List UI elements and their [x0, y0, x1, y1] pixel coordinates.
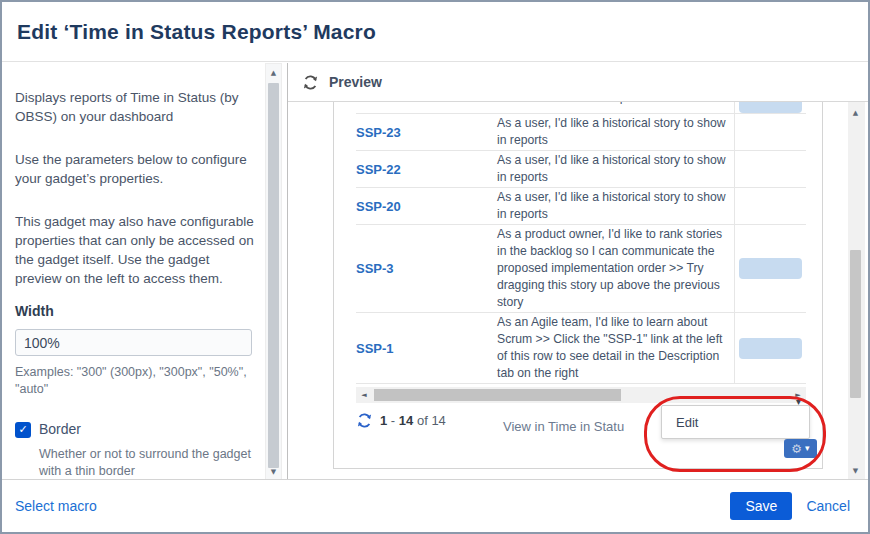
gear-icon: ⚙ [791, 443, 802, 455]
issue-summary: As a user, I'd like a historical story t… [484, 151, 734, 187]
issue-summary: As a user, I'd like a historical story t… [484, 114, 734, 150]
scroll-down-arrow-icon[interactable]: ▼ [848, 463, 863, 478]
clipped-summary: reports [609, 102, 647, 106]
table-row: SSP-20 As a user, I'd like a historical … [356, 188, 806, 225]
issue-summary: As a user, I'd like a historical story t… [484, 188, 734, 224]
save-button[interactable]: Save [730, 492, 792, 520]
chevron-down-icon: ▾ [805, 444, 810, 453]
table-row: SSP-1 As an Agile team, I'd like to lear… [356, 313, 806, 384]
border-checkbox-label: Border [39, 420, 81, 439]
preview-header: Preview [288, 63, 870, 102]
issue-summary: As a product owner, I'd like to rank sto… [484, 225, 734, 312]
scroll-up-arrow-icon[interactable]: ▲ [848, 105, 863, 120]
gadget-note: This gadget may also have configurable p… [15, 212, 255, 288]
gadget-settings-button[interactable]: ⚙ ▾ [784, 439, 817, 458]
select-macro-link[interactable]: Select macro [15, 498, 97, 514]
macro-config-panel: Displays reports of Time in Status (by O… [2, 63, 265, 481]
table-row: reports [356, 102, 806, 114]
scrollbar-thumb[interactable] [374, 389, 621, 401]
table-row: SSP-3 As a product owner, I'd like to ra… [356, 225, 806, 313]
edit-macro-dialog: Edit ‘Time in Status Reports’ Macro Disp… [0, 0, 870, 534]
view-in-app-link[interactable]: View in Time in Statu [503, 419, 624, 434]
width-field-help: Examples: "300" (300px), "300px", "50%",… [15, 364, 255, 398]
cancel-button[interactable]: Cancel [806, 498, 850, 514]
table-row: SSP-23 As a user, I'd like a historical … [356, 114, 806, 151]
macro-description: Displays reports of Time in Status (by O… [15, 88, 255, 126]
issue-key-link[interactable]: SSP-20 [356, 199, 401, 214]
refresh-icon[interactable] [302, 74, 319, 91]
preview-content: reports SSP-23 As a user, I'd like a his… [288, 102, 870, 481]
preview-pane: Preview reports SSP-23 As a user, I'd li… [287, 63, 870, 481]
gadget-dropdown-menu: Edit [661, 405, 810, 439]
issue-table: reports SSP-23 As a user, I'd like a his… [356, 102, 806, 384]
scroll-up-arrow-icon[interactable]: ▲ [266, 65, 281, 80]
issue-key-link[interactable]: SSP-22 [356, 162, 401, 177]
status-badge [739, 102, 802, 113]
scrollbar-thumb[interactable] [268, 83, 279, 468]
table-horizontal-scrollbar[interactable]: ◄ ► [356, 387, 806, 403]
scroll-down-arrow-icon[interactable]: ▼ [266, 464, 281, 479]
status-badge [739, 338, 802, 359]
check-icon: ✓ [18, 420, 27, 439]
width-input[interactable] [15, 329, 252, 356]
issue-key-link[interactable]: SSP-23 [356, 125, 401, 140]
issue-summary: As an Agile team, I'd like to learn abou… [484, 313, 734, 383]
menu-item-edit[interactable]: Edit [662, 415, 809, 430]
issue-key-link[interactable]: SSP-3 [356, 261, 394, 276]
config-instructions: Use the parameters below to configure yo… [15, 150, 255, 188]
status-badge [739, 258, 802, 279]
width-field-label: Width [15, 302, 255, 321]
preview-scrollbar[interactable]: ▲ ▼ [848, 102, 865, 481]
dialog-title: Edit ‘Time in Status Reports’ Macro [17, 20, 376, 44]
config-panel-scrollbar[interactable]: ▲ ▼ [265, 63, 282, 481]
dialog-footer: Select macro Save Cancel [2, 479, 868, 532]
table-row: SSP-22 As a user, I'd like a historical … [356, 151, 806, 188]
border-checkbox[interactable]: ✓ [15, 422, 31, 438]
preview-title: Preview [329, 74, 382, 90]
refresh-icon[interactable] [356, 412, 373, 429]
issue-key-link[interactable]: SSP-1 [356, 341, 394, 356]
dialog-header: Edit ‘Time in Status Reports’ Macro [2, 2, 868, 62]
border-field-help: Whether or not to surround the gadget wi… [39, 446, 255, 480]
scroll-left-arrow-icon[interactable]: ◄ [356, 387, 372, 403]
pagination-range: 1 - 14 of 14 [380, 413, 446, 428]
scrollbar-thumb[interactable] [850, 250, 861, 398]
